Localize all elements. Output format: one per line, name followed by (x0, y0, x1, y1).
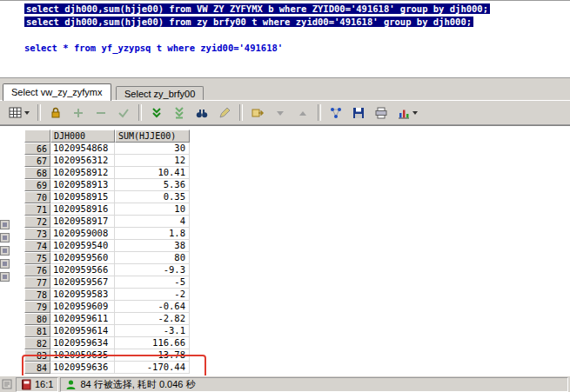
cell-djh000[interactable]: 1020959008 (50, 228, 115, 240)
docked-panel-icon[interactable] (0, 220, 10, 229)
lock-button[interactable] (44, 103, 67, 123)
cell-sum-hjje00[interactable]: 30 (115, 143, 190, 155)
table-row[interactable]: 68102095891210.41 (24, 167, 190, 179)
table-row[interactable]: 6910209589135.36 (24, 179, 190, 191)
cell-djh000[interactable]: 1020956312 (50, 155, 115, 167)
row-number-cell[interactable]: 82 (24, 337, 50, 349)
delete-record-button[interactable] (90, 103, 112, 123)
sql-statement-selected[interactable]: select djh000,sum(hjje00) from VW_ZY_ZYF… (24, 3, 490, 14)
tab-select-zy-brfy00[interactable]: Select zy_brfy00 (116, 86, 204, 101)
cell-djh000[interactable]: 1020958913 (50, 179, 115, 191)
save-results-button[interactable] (347, 103, 370, 123)
table-row[interactable]: 74102095954038 (24, 240, 190, 252)
insert-record-button[interactable] (67, 103, 90, 123)
row-number-cell[interactable]: 68 (24, 167, 50, 179)
row-number-cell[interactable]: 84 (24, 362, 50, 374)
table-row[interactable]: 67102095631212 (24, 155, 190, 167)
docked-panel-icon[interactable] (0, 246, 10, 256)
table-row[interactable]: 7210209589174 (24, 216, 190, 228)
cell-djh000[interactable]: 1020959567 (50, 276, 115, 289)
sql-editor-line[interactable]: select * from yf_yzypsq t where zyid00='… (0, 42, 570, 55)
cell-djh000[interactable]: 1020959540 (50, 240, 115, 252)
cell-djh000[interactable]: 1020959634 (50, 337, 115, 349)
find-button[interactable] (191, 103, 213, 123)
table-row[interactable]: 781020959583-2 (24, 289, 190, 301)
table-row[interactable]: 66102095486830 (24, 143, 190, 155)
sort-ascending-button[interactable] (292, 103, 314, 123)
docked-panel-icon[interactable] (0, 272, 10, 282)
corner-header-cell[interactable] (24, 130, 50, 143)
cell-sum-hjje00[interactable]: 1.8 (115, 228, 190, 240)
cell-sum-hjje00[interactable]: 0.35 (115, 191, 190, 203)
cell-sum-hjje00[interactable]: 10 (115, 203, 190, 216)
cell-sum-hjje00[interactable]: 38 (115, 240, 190, 252)
fetch-all-button[interactable] (168, 103, 191, 123)
cell-sum-hjje00[interactable]: 80 (115, 252, 190, 264)
cell-djh000[interactable]: 1020959609 (50, 301, 115, 313)
row-number-cell[interactable]: 77 (24, 276, 50, 289)
row-number-cell[interactable]: 70 (24, 191, 50, 203)
sql-statement-selected[interactable]: select djh000,sum(hjje00) from zy_brfy00… (24, 17, 473, 27)
table-row[interactable]: 771020959567-5 (24, 276, 190, 289)
row-number-cell[interactable]: 67 (24, 155, 50, 167)
row-number-cell[interactable]: 69 (24, 179, 50, 191)
table-row[interactable]: 841020959636-170.44 (24, 362, 190, 374)
cell-djh000[interactable]: 1020959636 (50, 362, 115, 374)
table-row[interactable]: 83102095963513.78 (24, 349, 190, 362)
table-row[interactable]: 71102095891610 (24, 203, 190, 216)
tab-select-vw-zy-zyfymx[interactable]: Select vw_zy_zyfymx (3, 83, 111, 101)
chart-button[interactable] (392, 103, 422, 123)
table-row[interactable]: 801020959611-2.82 (24, 313, 190, 325)
table-row[interactable]: 7010209589150.35 (24, 191, 190, 203)
row-number-cell[interactable]: 78 (24, 289, 50, 301)
cell-sum-hjje00[interactable]: 4 (115, 216, 190, 228)
row-number-cell[interactable]: 80 (24, 313, 50, 325)
table-row[interactable]: 821020959634116.66 (24, 337, 190, 349)
cell-sum-hjje00[interactable]: -170.44 (115, 362, 190, 374)
sql-editor-line[interactable]: select djh000,sum(hjje00) from zy_brfy00… (0, 16, 570, 29)
linked-query-button[interactable] (325, 103, 347, 123)
sql-statement[interactable]: select * from yf_yzypsq t where zyid00='… (24, 43, 283, 53)
cell-djh000[interactable]: 1020959611 (50, 313, 115, 325)
table-row[interactable]: 75102095956080 (24, 252, 190, 264)
column-header-djh000[interactable]: DJH000 (50, 130, 115, 143)
row-number-cell[interactable]: 76 (24, 264, 50, 276)
row-number-cell[interactable]: 72 (24, 216, 50, 228)
edit-data-button[interactable] (213, 103, 236, 123)
column-header-sum-hjje00[interactable]: SUM(HJJE00) (115, 130, 190, 143)
sql-editor-blank-line[interactable] (0, 29, 570, 42)
row-number-cell[interactable]: 79 (24, 301, 50, 313)
cell-djh000[interactable]: 1020959635 (50, 349, 115, 362)
row-number-cell[interactable]: 71 (24, 203, 50, 216)
docked-panel-icon[interactable] (0, 233, 10, 243)
cell-sum-hjje00[interactable]: -2 (115, 289, 190, 301)
cell-sum-hjje00[interactable]: -2.82 (115, 313, 190, 325)
cell-sum-hjje00[interactable]: 5.36 (115, 179, 190, 191)
table-row[interactable]: 7310209590081.8 (24, 228, 190, 240)
row-number-cell[interactable]: 75 (24, 252, 50, 264)
cell-sum-hjje00[interactable]: 116.66 (115, 337, 190, 349)
cell-djh000[interactable]: 1020958916 (50, 203, 115, 216)
row-number-cell[interactable]: 81 (24, 325, 50, 337)
table-row[interactable]: 761020959566-9.3 (24, 264, 190, 276)
cell-djh000[interactable]: 1020959583 (50, 289, 115, 301)
row-number-cell[interactable]: 73 (24, 228, 50, 240)
cell-djh000[interactable]: 1020958917 (50, 216, 115, 228)
sql-editor-line[interactable]: select djh000,sum(hjje00) from VW_ZY_ZYF… (0, 3, 570, 16)
sort-descending-button[interactable] (269, 103, 292, 123)
cell-sum-hjje00[interactable]: -9.3 (115, 264, 190, 276)
docked-panel-icon[interactable] (0, 259, 10, 269)
table-row[interactable]: 791020959609-0.64 (24, 301, 190, 313)
fetch-next-page-button[interactable] (145, 103, 168, 123)
cell-sum-hjje00[interactable]: -3.1 (115, 325, 190, 337)
cell-sum-hjje00[interactable]: -5 (115, 276, 190, 289)
cell-sum-hjje00[interactable]: 10.41 (115, 167, 190, 179)
cell-djh000[interactable]: 1020958915 (50, 191, 115, 203)
cell-sum-hjje00[interactable]: 12 (115, 155, 190, 167)
row-number-cell[interactable]: 74 (24, 240, 50, 252)
cell-djh000[interactable]: 1020958912 (50, 167, 115, 179)
cell-sum-hjje00[interactable]: 13.78 (115, 349, 190, 362)
print-results-button[interactable] (370, 103, 392, 123)
row-number-cell[interactable]: 83 (24, 349, 50, 362)
cell-djh000[interactable]: 1020959560 (50, 252, 115, 264)
